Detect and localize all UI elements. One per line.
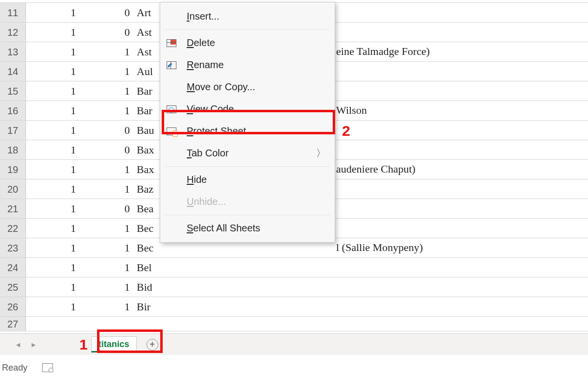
- menu-separator: [165, 166, 330, 167]
- menu-delete[interactable]: Delete: [160, 32, 335, 54]
- cell-col-d[interactable]: Bir: [134, 297, 588, 317]
- macro-record-icon[interactable]: [42, 363, 53, 372]
- status-ready-label: Ready: [2, 363, 27, 373]
- status-bar: Ready: [2, 359, 53, 377]
- row-header[interactable]: 24: [0, 258, 26, 277]
- row-header[interactable]: 23: [0, 238, 26, 258]
- sheet-tab-bar: ◄ ► titanics +: [0, 333, 588, 355]
- delete-icon: [163, 39, 180, 47]
- cell-col-b[interactable]: 1: [26, 121, 80, 140]
- cell-col-c[interactable]: 1: [80, 81, 134, 101]
- cell-col-c[interactable]: 1: [80, 101, 134, 121]
- cell-overflow-row19: audeniere Chaput): [336, 163, 416, 176]
- row-header[interactable]: 22: [0, 219, 26, 238]
- annotation-label-2: 2: [342, 123, 350, 139]
- row-header[interactable]: 27: [0, 317, 26, 331]
- cell-col-c[interactable]: 1: [80, 238, 134, 258]
- row-header[interactable]: 21: [0, 199, 26, 219]
- row-header[interactable]: 20: [0, 179, 26, 199]
- menu-move-or-copy[interactable]: Move or Copy...: [160, 76, 335, 98]
- cell-overflow-row13: eine Talmadge Force): [336, 45, 430, 58]
- cell-col-b[interactable]: 1: [26, 3, 80, 23]
- row-header[interactable]: 11: [0, 3, 26, 23]
- cell-col-b[interactable]: 1: [26, 277, 80, 297]
- cell-col-b[interactable]: 1: [26, 238, 80, 258]
- menu-tab-color[interactable]: Tab Color 〉: [160, 142, 335, 164]
- cell-col-b[interactable]: 1: [26, 81, 80, 101]
- cell-col-b[interactable]: 1: [26, 179, 80, 199]
- cell-overflow-row23: l (Sallie Monypeny): [336, 241, 423, 254]
- annotation-label-1: 1: [79, 336, 88, 353]
- cell-col-d[interactable]: Bid: [134, 277, 588, 297]
- row-header[interactable]: 18: [0, 140, 26, 160]
- menu-unhide: Unhide...: [160, 191, 335, 213]
- cell-col-c[interactable]: 0: [80, 23, 134, 42]
- cell-col-c[interactable]: 1: [80, 42, 134, 62]
- cell-col-c[interactable]: 1: [80, 277, 134, 297]
- cell-col-c[interactable]: 1: [80, 297, 134, 317]
- cell-col-b[interactable]: 1: [26, 101, 80, 121]
- row-header[interactable]: 26: [0, 297, 26, 317]
- menu-hide[interactable]: Hide: [160, 169, 335, 191]
- cell-col-b[interactable]: 1: [26, 23, 80, 42]
- cell-col-c[interactable]: 1: [80, 219, 134, 238]
- tab-nav-prev-icon[interactable]: ◄: [15, 341, 22, 349]
- row-header[interactable]: 25: [0, 277, 26, 297]
- row-header[interactable]: 13: [0, 42, 26, 62]
- cell-col-b[interactable]: 1: [26, 258, 80, 277]
- cell-col-b[interactable]: 1: [26, 62, 80, 81]
- row-header[interactable]: 14: [0, 62, 26, 81]
- cell-col-b[interactable]: 1: [26, 199, 80, 219]
- cell-col-c[interactable]: 0: [80, 199, 134, 219]
- tab-nav-next-icon[interactable]: ►: [30, 341, 37, 349]
- menu-separator: [165, 215, 330, 215]
- cell-col-c[interactable]: 1: [80, 62, 134, 81]
- row-header[interactable]: 15: [0, 81, 26, 101]
- cell-col-c[interactable]: 0: [80, 3, 134, 23]
- cell-col-b[interactable]: 1: [26, 160, 80, 179]
- annotation-highlight-2: [162, 110, 335, 134]
- menu-select-all-sheets[interactable]: Select All Sheets: [160, 217, 335, 239]
- row-header[interactable]: 17: [0, 121, 26, 140]
- cell-col-c[interactable]: 0: [80, 121, 134, 140]
- row-header[interactable]: 16: [0, 101, 26, 121]
- annotation-highlight-1: [97, 329, 163, 353]
- menu-insert[interactable]: IInsert...nsert...: [160, 5, 335, 27]
- row-header[interactable]: 19: [0, 160, 26, 179]
- cell-overflow-row16: Wilson: [336, 104, 367, 117]
- menu-rename[interactable]: Rename: [160, 54, 335, 76]
- cell-col-b[interactable]: 1: [26, 140, 80, 160]
- cell-col-c[interactable]: 0: [80, 140, 134, 160]
- cell-col-c[interactable]: 1: [80, 258, 134, 277]
- row-header[interactable]: 12: [0, 23, 26, 42]
- cell-col-b[interactable]: 1: [26, 297, 80, 317]
- rename-icon: [163, 61, 180, 69]
- cell-col-b[interactable]: 1: [26, 219, 80, 238]
- cell-col-c[interactable]: 1: [80, 160, 134, 179]
- cell-col-c[interactable]: 1: [80, 179, 134, 199]
- menu-separator: [165, 29, 330, 30]
- cell-col-d[interactable]: Bel: [134, 258, 588, 277]
- cell-col-b[interactable]: 1: [26, 42, 80, 62]
- chevron-right-icon: 〉: [316, 147, 326, 160]
